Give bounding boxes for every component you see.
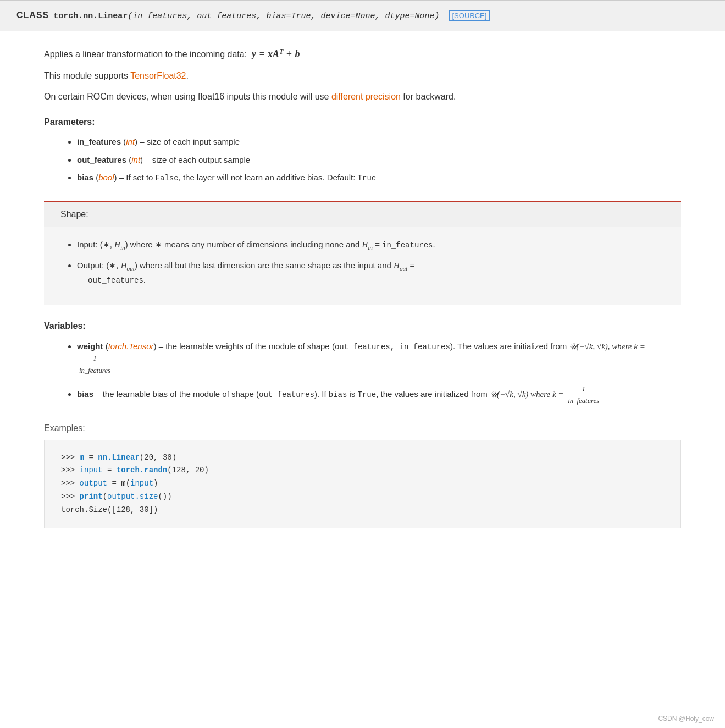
class-keyword: CLASS (16, 10, 49, 20)
code-prompt: >>> (61, 453, 80, 462)
code-result: torch.Size([128, 30]) (61, 505, 158, 514)
param-name-out-features: out_features (77, 155, 126, 164)
var-name-weight: weight (77, 341, 103, 351)
tensorfloat-link[interactable]: TensorFloat32 (130, 71, 186, 80)
code-var-output: output (80, 479, 107, 488)
code-bias-shape: out_features (259, 390, 314, 399)
code-num-128: 128 (172, 466, 186, 475)
class-params: (in_features, out_features, bias=True, d… (128, 12, 439, 21)
class-name: torch.nn.Linear (53, 12, 128, 21)
shape-box: Shape: Input: (∗, Hin) where ∗ means any… (44, 202, 681, 304)
parameters-title: Parameters: (44, 117, 681, 127)
param-name-in-features: in_features (77, 137, 121, 146)
code-true-2: True (358, 390, 377, 399)
examples-section: Examples: >>> m = nn.Linear(20, 30) >>> … (44, 423, 681, 528)
description-formula-line: Applies a linear transformation to the i… (44, 48, 681, 60)
code-out-features: out_features (88, 276, 143, 285)
watermark: CSDN @Holy_cow (658, 715, 714, 723)
code-output-size: output.size (107, 492, 158, 501)
code-false: False (156, 174, 179, 183)
list-item: bias (bool) – If set to False, the layer… (77, 172, 681, 184)
code-num-20: 20 (195, 466, 204, 475)
code-block: >>> m = nn.Linear(20, 30) >>> input = to… (44, 440, 681, 528)
code-line-1: >>> m = nn.Linear(20, 30) (61, 451, 664, 465)
precision-link[interactable]: different precision (331, 92, 401, 101)
fraction-denominator-bias: in_features (567, 395, 600, 406)
code-num2: 30 (163, 453, 172, 462)
code-bias-kw: bias (329, 390, 347, 399)
list-item: weight (torch.Tensor) – the learnable we… (77, 340, 681, 376)
list-item: bias – the learnable bias of the module … (77, 384, 681, 407)
variables-title: Variables: (44, 321, 681, 331)
rocm-line: On certain ROCm devices, when using floa… (44, 92, 681, 102)
math-h-out: Hout (121, 261, 135, 270)
list-item: in_features (int) – size of each input s… (77, 136, 681, 148)
code-fn: nn.Linear (98, 453, 140, 462)
class-header: CLASS torch.nn.Linear(in_features, out_f… (0, 0, 725, 31)
code-var-input-ref: input (130, 479, 153, 488)
code-keyword: m (80, 453, 84, 462)
code-torch-randn: torch.randn (117, 466, 167, 475)
code-var-input: input (80, 466, 103, 475)
param-type-in-features: int (126, 137, 135, 146)
param-name-bias: bias (77, 173, 93, 182)
page-wrapper: CLASS torch.nn.Linear(in_features, out_f… (0, 0, 725, 728)
code-line-5: torch.Size([128, 30]) (61, 504, 664, 517)
shape-header: Shape: (44, 202, 681, 227)
list-item: Output: (∗, Hout) where all but the last… (77, 259, 665, 286)
shape-list: Input: (∗, Hin) where ∗ means any number… (77, 227, 681, 304)
param-type-bias: bool (98, 173, 114, 182)
math-uniform-bias: 𝒰(−√k, √k) where k = 1 in_features (490, 390, 601, 399)
source-link[interactable]: [SOURCE] (449, 10, 490, 21)
math-h-in-2: Hin (362, 240, 373, 249)
code-weight-shape: out_features, in_features (335, 343, 450, 351)
code-prompt-3: >>> (61, 479, 80, 488)
tensorfloat-line: This module supports TensorFloat32. (44, 71, 681, 81)
var-name-bias: bias (77, 389, 93, 399)
code-line-3: >>> output = m(input) (61, 477, 664, 490)
fraction-weight: 1 in_features (78, 353, 112, 376)
code-line-2: >>> input = torch.randn(128, 20) (61, 464, 664, 477)
code-num: 20 (144, 453, 153, 462)
code-prompt-2: >>> (61, 466, 80, 475)
list-item: out_features (int) – size of each output… (77, 154, 681, 167)
fraction-numerator-bias: 1 (581, 384, 586, 395)
param-type-out-features: int (131, 155, 140, 164)
main-content: Applies a linear transformation to the i… (0, 31, 725, 545)
variables-section: Variables: weight (torch.Tensor) – the l… (44, 321, 681, 407)
code-in-features: in_features (382, 241, 433, 250)
code-print: print (80, 492, 103, 501)
var-list: weight (torch.Tensor) – the learnable we… (77, 340, 681, 407)
math-h-out-2: Hout (394, 261, 407, 270)
var-type-weight: torch.Tensor (108, 341, 154, 351)
code-prompt-4: >>> (61, 492, 80, 501)
class-signature: torch.nn.Linear(in_features, out_feature… (53, 12, 490, 21)
param-list: in_features (int) – size of each input s… (77, 136, 681, 184)
fraction-denominator: in_features (78, 365, 112, 376)
fraction-bias: 1 in_features (567, 384, 600, 407)
examples-label: Examples: (44, 423, 681, 433)
code-true: True (358, 174, 377, 183)
list-item: Input: (∗, Hin) where ∗ means any number… (77, 238, 665, 252)
fraction-numerator: 1 (92, 353, 97, 365)
math-h-in: Hin (114, 240, 125, 249)
code-line-4: >>> print(output.size()) (61, 490, 664, 504)
